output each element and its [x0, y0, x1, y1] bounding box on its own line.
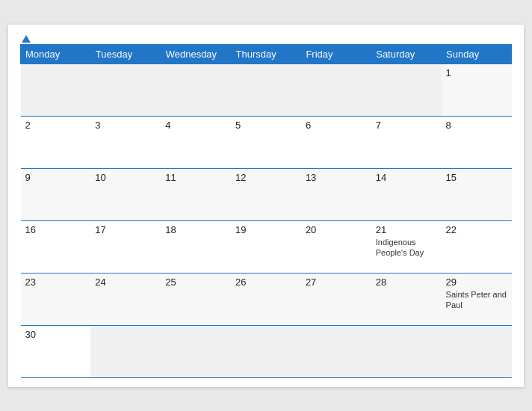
calendar-week-row: 161718192021Indigenous People's Day22 — [21, 220, 512, 273]
calendar-day-cell: 10 — [90, 168, 161, 220]
calendar-day-cell: 21Indigenous People's Day — [371, 220, 442, 273]
calendar-day-cell: 12 — [231, 168, 301, 220]
day-number: 29 — [446, 276, 507, 288]
calendar-day-cell — [371, 64, 442, 116]
calendar-week-row: 30 — [21, 325, 512, 377]
day-event: Saints Peter and Paul — [446, 289, 507, 311]
day-event: Indigenous People's Day — [376, 237, 437, 259]
day-number: 17 — [95, 224, 156, 235]
calendar-day-cell: 29Saints Peter and Paul — [442, 273, 512, 325]
day-number: 19 — [235, 224, 297, 235]
calendar-day-cell: 11 — [161, 168, 231, 220]
calendar-day-cell: 23 — [21, 273, 91, 325]
col-friday: Friday — [301, 44, 371, 64]
calendar-day-cell: 8 — [442, 116, 512, 168]
logo — [20, 37, 31, 44]
day-number: 12 — [235, 172, 297, 183]
day-number: 2 — [25, 120, 87, 131]
day-number: 27 — [306, 276, 367, 288]
calendar-day-cell: 6 — [301, 116, 371, 168]
col-sunday: Sunday — [442, 44, 512, 64]
calendar-day-cell: 28 — [371, 273, 442, 325]
calendar-day-cell: 9 — [21, 168, 91, 220]
calendar-day-cell: 4 — [161, 116, 231, 168]
calendar-day-cell: 7 — [371, 116, 442, 168]
day-number: 26 — [235, 276, 297, 288]
day-number: 4 — [165, 120, 226, 131]
day-number: 18 — [165, 224, 226, 235]
calendar-day-cell: 30 — [21, 325, 91, 377]
calendar-week-row: 1 — [21, 64, 512, 116]
calendar-day-cell: 25 — [161, 273, 231, 325]
calendar-day-cell: 16 — [21, 220, 91, 273]
calendar-week-row: 2345678 — [21, 116, 512, 168]
day-number: 20 — [306, 224, 367, 235]
calendar-day-cell — [301, 325, 371, 377]
day-number: 10 — [95, 172, 156, 183]
calendar-week-row: 9101112131415 — [21, 168, 512, 220]
day-number: 6 — [306, 120, 367, 131]
day-number: 15 — [446, 172, 507, 183]
logo-triangle-icon — [22, 35, 31, 43]
day-number: 13 — [306, 172, 367, 183]
day-number: 30 — [25, 329, 87, 340]
calendar-container: Monday Tuesday Wednesday Thursday Friday… — [8, 25, 524, 387]
day-number: 16 — [25, 224, 87, 235]
day-number: 1 — [446, 67, 507, 78]
day-number: 14 — [376, 172, 437, 183]
calendar-day-cell: 2 — [21, 116, 91, 168]
day-number: 8 — [446, 120, 507, 131]
calendar-day-cell: 24 — [90, 273, 161, 325]
calendar-day-cell — [301, 64, 371, 116]
calendar-day-cell — [231, 64, 301, 116]
calendar-day-cell — [90, 325, 161, 377]
day-number: 5 — [235, 120, 297, 131]
calendar-day-cell — [21, 64, 91, 116]
calendar-day-cell: 17 — [90, 220, 161, 273]
col-monday: Monday — [21, 44, 91, 64]
calendar-day-cell — [442, 325, 512, 377]
day-number: 11 — [165, 172, 226, 183]
day-number: 24 — [95, 276, 156, 288]
day-number: 28 — [376, 276, 437, 288]
calendar-day-cell: 5 — [231, 116, 301, 168]
calendar-day-cell: 20 — [301, 220, 371, 273]
day-number: 23 — [25, 276, 87, 288]
calendar-day-cell: 26 — [231, 273, 301, 325]
day-number: 21 — [376, 224, 437, 235]
day-number: 25 — [165, 276, 226, 288]
col-tuesday: Tuesday — [90, 44, 161, 64]
calendar-day-cell: 19 — [231, 220, 301, 273]
col-thursday: Thursday — [231, 44, 301, 64]
calendar-day-cell: 13 — [301, 168, 371, 220]
col-saturday: Saturday — [371, 44, 442, 64]
day-number: 22 — [446, 224, 507, 235]
col-wednesday: Wednesday — [161, 44, 231, 64]
calendar-day-cell: 3 — [90, 116, 161, 168]
calendar-table: Monday Tuesday Wednesday Thursday Friday… — [20, 44, 512, 378]
calendar-day-cell — [90, 64, 161, 116]
calendar-day-cell — [161, 64, 231, 116]
calendar-day-cell: 1 — [442, 64, 512, 116]
day-number: 9 — [25, 172, 87, 183]
calendar-header-row: Monday Tuesday Wednesday Thursday Friday… — [21, 44, 512, 64]
day-number: 7 — [376, 120, 437, 131]
calendar-day-cell — [371, 325, 442, 377]
calendar-day-cell: 15 — [442, 168, 512, 220]
calendar-week-row: 23242526272829Saints Peter and Paul — [21, 273, 512, 325]
calendar-day-cell — [161, 325, 231, 377]
calendar-day-cell: 22 — [442, 220, 512, 273]
calendar-day-cell: 18 — [161, 220, 231, 273]
calendar-day-cell: 14 — [371, 168, 442, 220]
calendar-day-cell: 27 — [301, 273, 371, 325]
calendar-day-cell — [231, 325, 301, 377]
day-number: 3 — [95, 120, 156, 131]
